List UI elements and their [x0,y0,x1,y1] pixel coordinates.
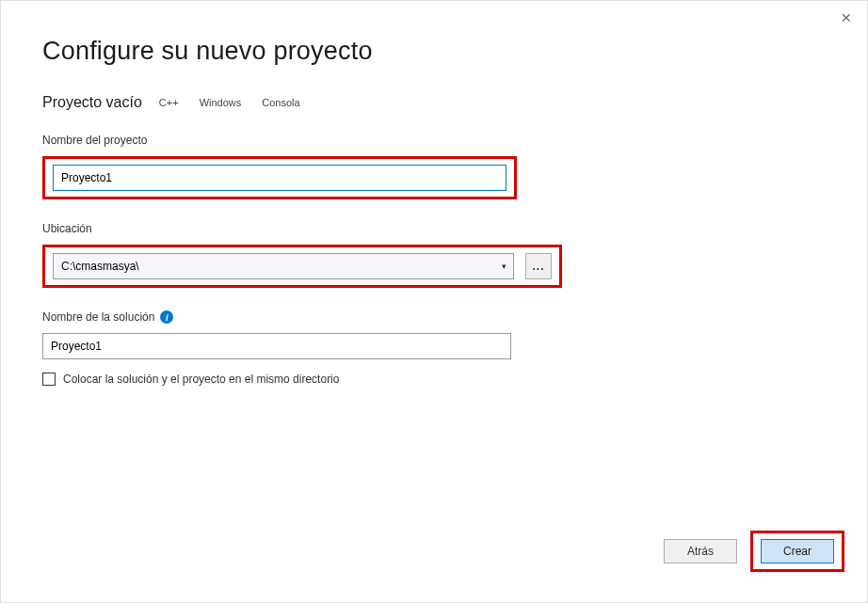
browse-button[interactable]: ... [525,253,552,279]
location-input[interactable] [53,253,514,279]
close-button[interactable]: ✕ [841,10,852,25]
location-combo[interactable]: ▾ [53,253,514,279]
close-icon: ✕ [841,10,852,25]
solution-name-label: Nombre de la solución [42,310,154,324]
solution-name-group: Nombre de la solución i [42,310,826,359]
project-name-label: Nombre del proyecto [42,134,826,147]
project-name-group: Nombre del proyecto [42,134,826,199]
location-group: Ubicación ▾ ... [42,222,826,288]
page-title: Configure su nuevo proyecto [42,37,826,66]
template-tag: Consola [258,95,303,110]
location-label: Ubicación [42,222,826,235]
highlight-annotation: Crear [750,531,844,572]
template-name: Proyecto vacío [42,94,142,111]
info-icon[interactable]: i [160,310,173,324]
same-directory-checkbox-row[interactable]: Colocar la solución y el proyecto en el … [42,373,826,386]
same-directory-checkbox[interactable] [42,373,56,386]
highlight-annotation: ▾ ... [42,245,562,288]
create-button[interactable]: Crear [761,539,834,563]
back-button[interactable]: Atrás [664,539,737,563]
dialog-content: Configure su nuevo proyecto Proyecto vac… [1,1,867,386]
template-tag: C++ [155,95,183,110]
same-directory-checkbox-label: Colocar la solución y el proyecto en el … [63,373,339,386]
highlight-annotation [42,156,517,199]
dialog-footer: Atrás Crear [664,531,844,572]
template-tag: Windows [196,95,246,110]
project-name-input[interactable] [53,165,506,191]
solution-name-input[interactable] [42,333,511,359]
template-row: Proyecto vacío C++ Windows Consola [42,94,826,111]
